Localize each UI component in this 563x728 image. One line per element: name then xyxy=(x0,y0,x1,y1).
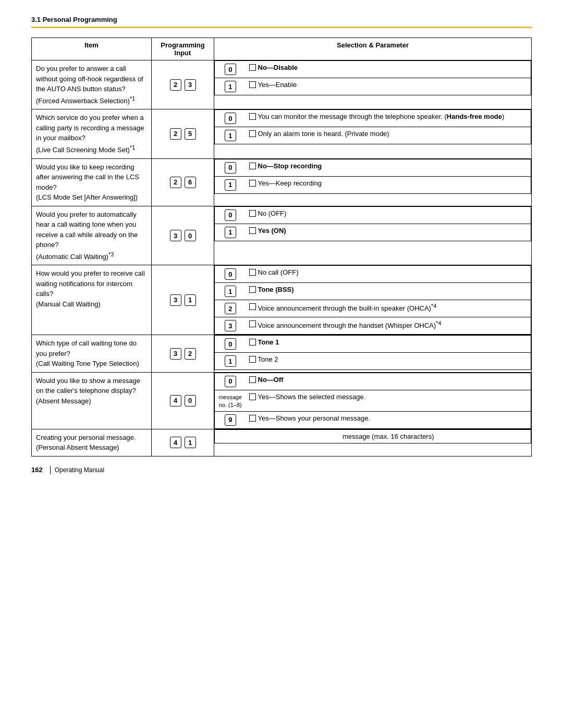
sel-row: 1Only an alarm tone is heard. (Private m… xyxy=(215,127,531,144)
sel-cell: 0You can monitor the message through the… xyxy=(214,109,532,158)
checkbox-icon xyxy=(249,415,256,422)
table-row: Would you like to show a message on the … xyxy=(32,372,532,429)
key-badge: 0 xyxy=(225,338,236,350)
key-badge: 1 xyxy=(225,227,236,238)
sel-cell: 0No—Offmessage no. (1–8)Yes—Shows the se… xyxy=(214,372,532,429)
sel-cell: message (max. 16 characters) xyxy=(214,429,532,456)
sel-key: 0 xyxy=(215,373,246,390)
yellow-divider xyxy=(31,27,532,28)
sel-row: 3Voice announcement through the handset … xyxy=(215,317,531,335)
table-row: How would you prefer to receive call wai… xyxy=(32,265,532,335)
sel-key: 0 xyxy=(215,110,246,127)
sel-desc: No (OFF) xyxy=(246,206,531,224)
key-badge: 3 xyxy=(225,320,236,331)
sel-cell: 0Tone 11Tone 2 xyxy=(214,335,532,373)
key-badge: 0 xyxy=(225,113,236,124)
sel-text: Voice announcement through the built-in … xyxy=(258,303,437,312)
sel-cell: 0No call (OFF)1Tone (BSS)2Voice announce… xyxy=(214,265,532,335)
item-cell: Would you like to show a message on the … xyxy=(32,372,152,429)
key-badge: 2 xyxy=(170,79,181,91)
sel-cell: 0No—Stop recording1Yes—Keep recording xyxy=(214,158,532,206)
sel-text: No—Disable xyxy=(258,64,298,71)
sel-text: Tone 2 xyxy=(258,355,278,363)
checkbox-icon xyxy=(249,130,256,137)
sel-row: 1Yes—Keep recording xyxy=(215,176,531,193)
checkbox-icon xyxy=(249,113,256,120)
sel-row: 0No (OFF) xyxy=(215,206,531,224)
sel-row: 0No—Disable xyxy=(215,61,531,78)
item-cell: Do you prefer to answer a call without g… xyxy=(32,60,152,109)
prog-cell: 25 xyxy=(152,109,214,158)
sel-desc: Yes (ON) xyxy=(246,224,531,241)
col-header-prog: Programming Input xyxy=(152,38,214,60)
prog-cell: 31 xyxy=(152,265,214,335)
sel-row: 0No call (OFF) xyxy=(215,266,531,283)
checkbox-icon xyxy=(249,81,256,88)
sel-text: Yes—Shows your personal message. xyxy=(258,414,371,422)
sel-text: Tone (BSS) xyxy=(258,286,294,293)
key-badge: 3 xyxy=(185,79,196,91)
key-badge: 1 xyxy=(225,355,236,367)
sel-key: 0 xyxy=(215,336,246,353)
sel-desc: Only an alarm tone is heard. (Private mo… xyxy=(246,127,531,144)
item-cell: How would you prefer to receive call wai… xyxy=(32,265,152,335)
col-header-sel: Selection & Parameter xyxy=(214,38,532,60)
sel-text: Yes (ON) xyxy=(258,227,286,235)
programming-table: Item Programming Input Selection & Param… xyxy=(31,38,532,456)
sel-desc: Yes—Shows the selected message. xyxy=(246,390,531,411)
checkbox-icon xyxy=(249,269,256,276)
sel-row: message (max. 16 characters) xyxy=(215,429,531,443)
sel-text: Yes—Shows the selected message. xyxy=(258,393,366,401)
sel-row: message no. (1–8)Yes—Shows the selected … xyxy=(215,390,531,411)
footer-page-num: 162 xyxy=(31,466,43,474)
key-badge: 4 xyxy=(170,437,181,448)
key-badge: 0 xyxy=(185,395,196,406)
table-row: Creating your personal message.(Personal… xyxy=(32,429,532,456)
sel-text: Only an alarm tone is heard. (Private mo… xyxy=(258,130,389,138)
col-header-item: Item xyxy=(32,38,152,60)
checkbox-icon xyxy=(249,286,256,293)
sel-key xyxy=(215,429,246,443)
key-badge: 5 xyxy=(185,128,196,140)
sel-key: 1 xyxy=(215,127,246,144)
sel-row: 0Tone 1 xyxy=(215,336,531,353)
sel-key: 0 xyxy=(215,266,246,283)
sel-desc: Tone 1 xyxy=(246,336,531,353)
checkbox-icon xyxy=(249,393,256,400)
sel-key: 0 xyxy=(215,159,246,176)
sel-cell: 0No—Disable1Yes—Enable xyxy=(214,60,532,109)
key-badge: 0 xyxy=(225,268,236,280)
key-badge: 0 xyxy=(225,209,236,221)
key-badge: 4 xyxy=(170,395,181,406)
prog-cell: 26 xyxy=(152,158,214,206)
table-row: Which service do you prefer when a calli… xyxy=(32,109,532,158)
sel-key: 1 xyxy=(215,78,246,95)
sel-row: 1Yes (ON) xyxy=(215,224,531,241)
sel-row: 0No—Off xyxy=(215,373,531,390)
key-badge: 6 xyxy=(185,177,196,188)
table-row: Would you like to keep recording after a… xyxy=(32,158,532,206)
sel-key: 1 xyxy=(215,283,246,300)
sel-desc: No—Disable xyxy=(246,61,531,78)
checkbox-icon xyxy=(249,320,256,327)
prog-cell: 40 xyxy=(152,372,214,429)
checkbox-icon xyxy=(249,356,256,363)
sel-desc: Yes—Enable xyxy=(246,78,531,95)
sel-key: 1 xyxy=(215,353,246,370)
sel-row: 2Voice announcement through the built-in… xyxy=(215,300,531,317)
sel-desc: You can monitor the message through the … xyxy=(246,110,531,127)
sel-desc: No—Off xyxy=(246,373,531,390)
item-cell: Which service do you prefer when a calli… xyxy=(32,109,152,158)
sel-key: 0 xyxy=(215,206,246,224)
key-badge: 0 xyxy=(225,162,236,174)
sel-desc: Voice announcement through the handset (… xyxy=(246,317,531,335)
sel-row: 1Tone 2 xyxy=(215,353,531,370)
sel-text: Voice announcement through the handset (… xyxy=(258,320,442,329)
sel-text: Yes—Keep recording xyxy=(258,179,322,187)
checkbox-icon xyxy=(249,210,256,217)
key-badge: 3 xyxy=(170,348,181,360)
checkbox-icon xyxy=(249,180,256,187)
sel-text: Tone 1 xyxy=(258,338,279,346)
sel-key: 9 xyxy=(215,411,246,428)
sel-desc: Tone (BSS) xyxy=(246,283,531,300)
